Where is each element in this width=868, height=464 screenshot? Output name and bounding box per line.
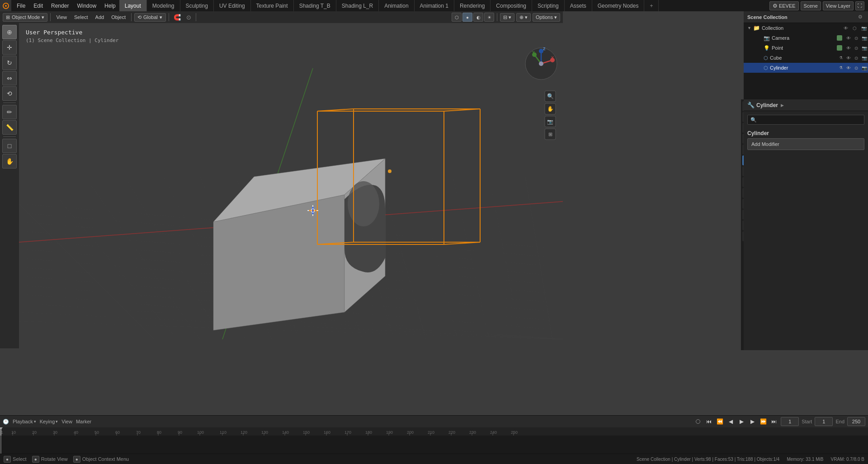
viewport-shading-group: ⬡ ● ◐ ☀ — [452, 13, 494, 22]
select-menu[interactable]: Select — [71, 14, 91, 21]
tool-grab[interactable]: ✋ — [2, 154, 17, 169]
fullscreen-btn[interactable]: ⛶ — [855, 1, 864, 10]
tool-measure[interactable]: 📏 — [2, 120, 17, 135]
menu-help[interactable]: Help — [101, 2, 119, 10]
point-render[interactable]: 📷 — [861, 46, 868, 51]
tab-add[interactable]: + — [644, 0, 659, 11]
tool-move[interactable]: ✛ — [2, 40, 17, 55]
ruler-svg: 1 10 20 30 40 50 60 70 80 90 1 — [0, 427, 868, 436]
tab-animation[interactable]: Animation — [379, 0, 414, 11]
mode-selector[interactable]: ⊞ Object Mode ▾ — [3, 13, 47, 22]
camera-eye[interactable]: 👁 — [845, 36, 852, 41]
tab-layout[interactable]: Layout — [119, 0, 147, 11]
outliner-collection[interactable]: ▼ 📁 Collection 👁 ⬡ 📷 — [744, 23, 868, 33]
prev-keyframe-btn[interactable]: ⏪ — [716, 417, 724, 426]
engine-selector[interactable]: ⚙ EEVEE — [769, 1, 799, 10]
wireframe-btn[interactable]: ⬡ — [452, 13, 462, 22]
point-sel[interactable]: ⊙ — [854, 46, 859, 51]
snap-toggle[interactable]: 🧲 — [172, 13, 183, 22]
context-menu-status: ● Object Context Menu — [73, 456, 129, 463]
material-btn[interactable]: ◐ — [473, 13, 483, 22]
cube-icon: ⬡ — [764, 55, 768, 61]
collection-render[interactable]: 📷 — [860, 26, 868, 31]
menu-edit[interactable]: Edit — [30, 2, 47, 10]
cylinder-render[interactable]: 📷 — [861, 66, 868, 70]
tab-uv-editing[interactable]: UV Editing — [214, 0, 251, 11]
view-menu[interactable]: View — [53, 14, 70, 21]
tab-assets[interactable]: Assets — [565, 0, 592, 11]
play-btn[interactable]: ▶ — [737, 417, 745, 426]
tab-modeling[interactable]: Modeling — [147, 0, 180, 11]
end-frame-input[interactable] — [847, 417, 865, 426]
add-modifier-button[interactable]: Add Modifier — [747, 138, 864, 150]
object-menu[interactable]: Object — [108, 14, 128, 21]
svg-text:80: 80 — [157, 430, 161, 435]
outliner-point[interactable]: 💡 Point 👁 ⊙ 📷 — [744, 43, 868, 53]
tool-rotate[interactable]: ↻ — [2, 56, 17, 70]
point-eye[interactable]: 👁 — [845, 46, 852, 51]
add-menu[interactable]: Add — [93, 14, 107, 21]
timeline-view-menu[interactable]: View — [61, 419, 72, 424]
tool-annotate[interactable]: ✏ — [2, 105, 17, 119]
prev-frame-btn[interactable]: ◀ — [726, 417, 735, 426]
menu-render[interactable]: Render — [47, 2, 72, 10]
next-frame-btn[interactable]: ▶ — [748, 417, 756, 426]
timeline-marker-menu[interactable]: Marker — [76, 419, 91, 424]
scene-selector[interactable]: Scene — [801, 1, 821, 10]
solid-btn[interactable]: ● — [462, 13, 472, 22]
proportional-edit[interactable]: ⊙ — [184, 13, 193, 22]
tab-animation-1[interactable]: Animation 1 — [415, 0, 454, 11]
jump-start-btn[interactable]: ⏮ — [705, 417, 713, 426]
outliner-cylinder[interactable]: ⬡ Cylinder ⚗ 👁 ⊙ 📷 — [744, 63, 868, 73]
jump-end-btn[interactable]: ⏭ — [770, 417, 778, 426]
cube-eye[interactable]: 👁 — [845, 56, 852, 61]
tab-scripting[interactable]: Scripting — [532, 0, 565, 11]
filter-icon[interactable]: ⚙ — [856, 13, 864, 20]
cylinder-eye[interactable]: 👁 — [845, 66, 852, 70]
keying-dropdown[interactable]: Keying ▾ — [40, 419, 58, 424]
svg-text:210: 210 — [428, 430, 434, 435]
outliner-top-header: Scene Collection ⚙ — [744, 11, 868, 23]
tab-rendering[interactable]: Rendering — [454, 0, 491, 11]
options-btn[interactable]: Options ▾ — [533, 13, 560, 22]
rendered-btn[interactable]: ☀ — [484, 13, 494, 22]
tab-sculpting[interactable]: Sculpting — [180, 0, 214, 11]
collection-eye[interactable]: 👁 — [842, 26, 849, 31]
tool-cursor[interactable]: ⊕ — [2, 25, 17, 39]
outliner-cube[interactable]: ⬡ Cube ⚗ 👁 ⊙ 📷 — [744, 53, 868, 63]
camera-sel[interactable]: ⊙ — [854, 36, 859, 41]
tab-compositing[interactable]: Compositing — [491, 0, 532, 11]
overlay-btn[interactable]: ⊟ ▾ — [500, 13, 514, 22]
svg-text:40: 40 — [74, 430, 78, 435]
tab-shading-lr[interactable]: Shading L_R — [336, 0, 379, 11]
start-frame-input[interactable] — [815, 417, 833, 426]
camera-render[interactable]: 📷 — [861, 36, 868, 41]
transform-orientation[interactable]: ⟲ Global ▾ — [134, 13, 166, 22]
view-layer-selector[interactable]: View Layer — [823, 1, 854, 10]
tab-geometry-nodes[interactable]: Geometry Nodes — [592, 0, 645, 11]
mode-label: Object Mode — [12, 14, 40, 20]
tool-transform[interactable]: ⟲ — [2, 86, 17, 101]
outliner-camera[interactable]: 📷 Camera 👁 ⊙ 📷 — [744, 33, 868, 43]
playback-dropdown[interactable]: Playback ▾ — [13, 419, 36, 424]
tab-shading-tb[interactable]: Shading T_B — [294, 0, 336, 11]
tool-scale[interactable]: ⇔ — [2, 71, 17, 85]
tab-texture-paint[interactable]: Texture Paint — [251, 0, 294, 11]
timeline-icon: 🕐 — [3, 419, 9, 425]
tool-add-cube[interactable]: □ — [2, 139, 17, 153]
menu-file[interactable]: File — [13, 2, 29, 10]
viewport[interactable]: User Perspective (1) Scene Collection | … — [19, 23, 563, 339]
cylinder-sel[interactable]: ⊙ — [854, 66, 859, 70]
engine-label: EEVEE — [779, 3, 796, 9]
rotate-label: Rotate View — [41, 456, 68, 462]
timeline-controls: ⏮ ⏪ ◀ ▶ ▶ ⏩ ⏭ Start End — [696, 417, 865, 426]
cube-render[interactable]: 📷 — [861, 56, 868, 61]
collection-vis[interactable]: ⬡ — [851, 26, 858, 31]
timeline-tracks[interactable]: 1 10 20 30 40 50 60 70 80 90 1 — [0, 427, 868, 454]
next-keyframe-btn[interactable]: ⏩ — [759, 417, 767, 426]
menu-window[interactable]: Window — [73, 2, 100, 10]
cube-sel[interactable]: ⊙ — [854, 56, 859, 61]
current-frame-input[interactable] — [781, 417, 799, 426]
properties-search[interactable] — [747, 115, 864, 125]
gizmo-btn[interactable]: ⊕ ▾ — [516, 13, 531, 22]
